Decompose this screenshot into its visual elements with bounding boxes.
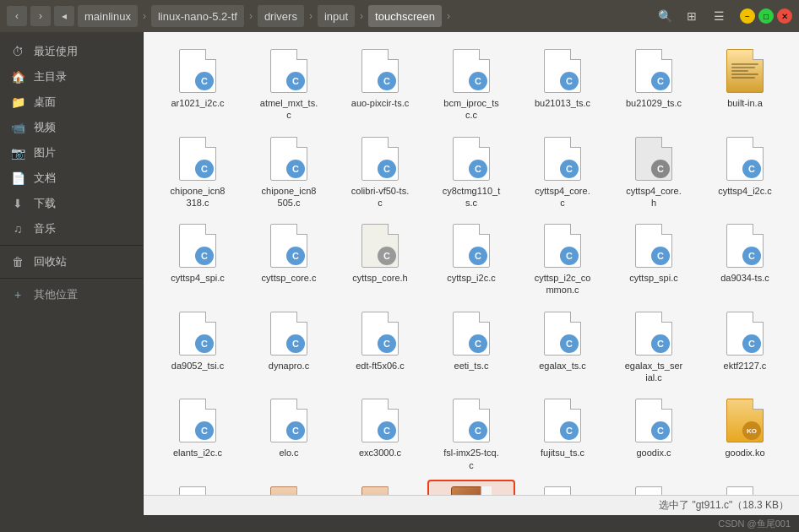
sidebar-video-label: 视频 bbox=[34, 120, 56, 135]
sidebar-item-home[interactable]: 🏠 主目录 bbox=[0, 64, 143, 90]
c-badge: C bbox=[378, 72, 396, 90]
c-badge: C bbox=[742, 334, 761, 353]
sidebar-item-recent[interactable]: ⏱ 最近使用 bbox=[0, 39, 143, 64]
file-item-dynapro[interactable]: C dynapro.c bbox=[245, 305, 333, 389]
sidebar-item-pictures[interactable]: 📷 图片 bbox=[0, 140, 143, 166]
breadcrumb-mainlinux[interactable]: mainlinux bbox=[78, 5, 138, 27]
file-item-hideep[interactable]: C hideep.c bbox=[701, 480, 789, 495]
nav-back-button[interactable]: ‹ bbox=[7, 6, 27, 26]
file-item-bcm[interactable]: C bcm_iproc_tsc.c bbox=[427, 42, 515, 127]
file-item-builtin[interactable]: built-in.a bbox=[701, 42, 789, 127]
file-item-cy8ctmg[interactable]: C cy8ctmg110_ts.c bbox=[427, 130, 515, 214]
file-item-egalax-serial[interactable]: C egalax_ts_serial.c bbox=[610, 305, 698, 389]
c-badge: C bbox=[469, 160, 487, 178]
file-name: ektf2127.c bbox=[724, 360, 767, 372]
file-item-egalax[interactable]: C egalax_ts.c bbox=[519, 305, 606, 389]
file-icon-bu21013: C bbox=[542, 47, 583, 95]
file-item-cyttsp4spi[interactable]: C cyttsp4_spi.c bbox=[154, 217, 242, 301]
titlebar: ‹ › ◂ mainlinux › linux-nano-5.2-tf › dr… bbox=[0, 0, 799, 32]
file-item-cyttsp-i2c-common[interactable]: C cyttsp_i2c_common.c bbox=[519, 217, 606, 301]
file-icon: C bbox=[633, 310, 674, 357]
file-item-fsl[interactable]: C fsl-imx25-tcq.c bbox=[427, 392, 515, 476]
c-badge: C bbox=[286, 334, 305, 353]
c-badge: C bbox=[286, 160, 305, 178]
breadcrumb-drivers[interactable]: drivers bbox=[258, 5, 304, 27]
file-item-da9034[interactable]: C da9034-ts.c bbox=[701, 217, 789, 301]
file-icon: C bbox=[177, 222, 218, 269]
file-item-cyttsp-i2c[interactable]: C cyttsp_i2c.c bbox=[427, 217, 515, 301]
file-icon: O bbox=[269, 485, 309, 495]
c-badge: C bbox=[195, 421, 214, 440]
close-button[interactable]: ✕ bbox=[777, 8, 792, 24]
view-toggle-button[interactable]: ⊞ bbox=[681, 5, 703, 27]
file-item-colibri[interactable]: C colibri-vf50-ts.c bbox=[336, 130, 424, 214]
file-item-exc3000[interactable]: C exc3000.c bbox=[336, 392, 424, 476]
file-item-gt911[interactable]: C gt911.c bbox=[427, 480, 515, 495]
file-item-chipone8318[interactable]: C chipone_icn8318.c bbox=[154, 130, 242, 214]
file-item-hampshire[interactable]: C hampshire.c bbox=[610, 480, 698, 495]
sidebar-item-documents[interactable]: 📄 文档 bbox=[0, 166, 143, 191]
file-item-elo[interactable]: C elo.c bbox=[245, 392, 333, 476]
file-item-cyttspcore[interactable]: C cyttsp_core.c bbox=[245, 217, 333, 301]
file-item-cyttsp4core[interactable]: C cyttsp4_core.c bbox=[519, 130, 606, 214]
maximize-button[interactable]: □ bbox=[758, 8, 774, 24]
file-item-goodix-o[interactable]: O goodix.o bbox=[336, 480, 424, 495]
c-badge: C bbox=[378, 247, 396, 265]
file-item-goodix-ko[interactable]: KO goodix.ko bbox=[701, 392, 789, 476]
file-name: cyttsp_core.h bbox=[352, 272, 407, 284]
file-item-da9052[interactable]: C da9052_tsi.c bbox=[154, 305, 242, 389]
file-item-bu21013[interactable]: C bu21013_ts.c bbox=[519, 42, 606, 127]
file-item-ektf[interactable]: C ektf2127.c bbox=[701, 305, 789, 389]
file-icon: C bbox=[269, 310, 309, 357]
nav-up-button[interactable]: ◂ bbox=[54, 6, 74, 26]
minimize-button[interactable]: − bbox=[740, 8, 755, 24]
file-item-goodix-modc[interactable]: C goodix.mod.c bbox=[154, 480, 242, 495]
file-name: cyttsp_i2c.c bbox=[447, 272, 495, 284]
file-item-elants[interactable]: C elants_i2c.c bbox=[154, 392, 242, 476]
file-icon: C bbox=[360, 310, 400, 357]
file-item-goodix[interactable]: C goodix.c bbox=[610, 392, 698, 476]
file-item-gunze[interactable]: C gunze.c bbox=[519, 480, 606, 495]
file-item-cyttspcore-h[interactable]: C cyttsp_core.h bbox=[336, 217, 424, 301]
file-item-cyttsp4i2c[interactable]: C cyttsp4_i2c.c bbox=[701, 130, 789, 214]
file-name: fujitsu_ts.c bbox=[541, 447, 584, 459]
file-item-fujitsu[interactable]: C fujitsu_ts.c bbox=[519, 392, 606, 476]
file-item-goodix-modo[interactable]: O goodix.mod.o bbox=[245, 480, 333, 495]
sidebar-item-music[interactable]: ♫ 音乐 bbox=[0, 216, 143, 242]
file-item-eeti[interactable]: C eeti_ts.c bbox=[427, 305, 515, 389]
file-icon: C bbox=[451, 310, 492, 357]
watermark: CSDN @鱼尾001 bbox=[0, 515, 799, 532]
sidebar-divider bbox=[0, 245, 143, 246]
file-item-bu21029[interactable]: C bu21029_ts.c bbox=[610, 42, 698, 127]
search-button[interactable]: 🔍 bbox=[654, 5, 676, 27]
sidebar-item-downloads[interactable]: ⬇ 下载 bbox=[0, 191, 143, 216]
file-item-auo[interactable]: C auo-pixcir-ts.c bbox=[336, 42, 424, 127]
menu-button[interactable]: ☰ bbox=[708, 5, 730, 27]
file-item-ar1021[interactable]: C ar1021_i2c.c bbox=[154, 42, 242, 127]
c-badge: C bbox=[560, 247, 579, 265]
file-item-cyttsp-spi[interactable]: C cyttsp_spi.c bbox=[610, 217, 698, 301]
breadcrumb-input[interactable]: input bbox=[318, 5, 355, 27]
file-icon: C bbox=[269, 397, 309, 444]
c-badge: C bbox=[560, 334, 579, 353]
status-text: 选中了 "gt911.c"（18.3 KB） bbox=[659, 498, 789, 513]
file-name: chipone_icn8505.c bbox=[259, 185, 318, 209]
file-icon-bcm: C bbox=[451, 47, 492, 95]
c-badge: C bbox=[286, 247, 305, 265]
breadcrumb-linux-nano[interactable]: linux-nano-5.2-tf bbox=[151, 5, 244, 27]
sidebar-item-desktop[interactable]: 📁 桌面 bbox=[0, 90, 143, 115]
file-icon: C bbox=[725, 222, 765, 269]
file-item-atmel[interactable]: C atmel_mxt_ts.c bbox=[245, 42, 333, 127]
c-badge: C bbox=[742, 247, 761, 265]
file-icon: C bbox=[177, 397, 218, 444]
nav-forward-button[interactable]: › bbox=[30, 6, 51, 26]
file-item-cyttsp4coreh[interactable]: C cyttsp4_core.h bbox=[610, 130, 698, 214]
sidebar-item-trash[interactable]: 🗑 回收站 bbox=[0, 249, 143, 274]
sidebar-item-video[interactable]: 📹 视频 bbox=[0, 115, 143, 140]
sidebar-item-other[interactable]: + 其他位置 bbox=[0, 282, 143, 307]
file-name: chipone_icn8318.c bbox=[168, 185, 227, 209]
breadcrumb-touchscreen[interactable]: touchscreen bbox=[368, 5, 442, 27]
file-item-edt[interactable]: C edt-ft5x06.c bbox=[336, 305, 424, 389]
sidebar-other-label: 其他位置 bbox=[34, 287, 78, 302]
file-item-chipone8505[interactable]: C chipone_icn8505.c bbox=[245, 130, 333, 214]
